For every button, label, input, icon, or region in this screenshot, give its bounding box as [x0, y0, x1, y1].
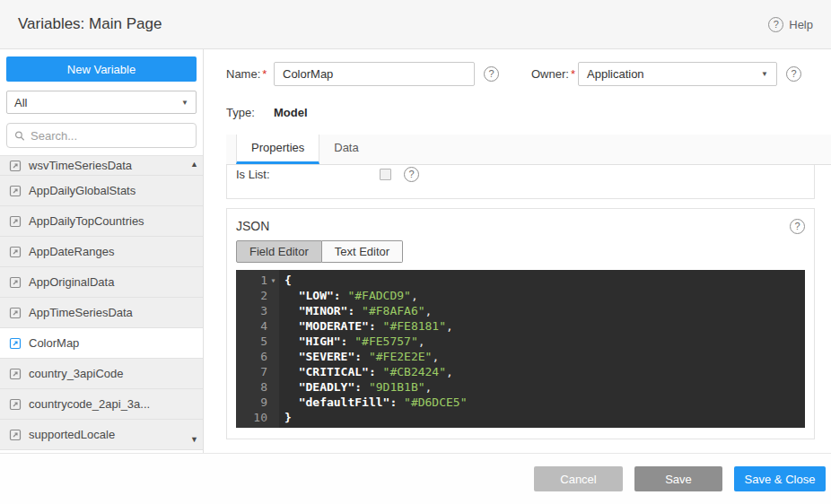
tab-data[interactable]: Data	[319, 135, 372, 164]
variable-icon	[9, 215, 22, 228]
text-editor-button[interactable]: Text Editor	[322, 240, 403, 263]
code-line: 9 "defaultFill": "#D6DCE5"	[236, 395, 805, 410]
code-value: "#CB2424"	[383, 365, 446, 378]
scroll-up-icon[interactable]: ▲	[190, 160, 198, 169]
name-owner-row: Name:* ? Owner:* Application ▼ ?	[226, 61, 815, 86]
name-label: Name:*	[226, 67, 274, 81]
help-button[interactable]: ? Help	[768, 17, 813, 32]
variable-filter-select[interactable]: All ▼	[6, 91, 197, 114]
variable-label: AppDateRanges	[29, 245, 114, 258]
editor-mode-toggle: Field Editor Text Editor	[236, 240, 403, 263]
code-line: 2 "LOW": "#FADCD9",	[236, 288, 805, 303]
required-marker: *	[571, 67, 575, 81]
variable-detail-panel: Name:* ? Owner:* Application ▼ ? Type: M…	[204, 49, 831, 453]
type-value: Model	[274, 106, 308, 119]
line-number: 4	[236, 318, 267, 334]
fold-icon	[267, 364, 279, 379]
code-punct: ,	[411, 289, 418, 302]
line-number: 5	[236, 334, 267, 349]
code-value: "#FE2E2E"	[369, 350, 432, 363]
owner-help-icon[interactable]: ?	[786, 66, 801, 82]
search-icon	[14, 130, 25, 142]
new-variable-button[interactable]: New Variable	[6, 56, 197, 82]
code-value: "#FE8181"	[383, 319, 446, 333]
line-number: 2	[236, 288, 267, 303]
code-key: "CRITICAL":	[284, 365, 383, 378]
variable-list-item[interactable]: countrycode_2api_3a...	[0, 389, 203, 420]
code-line: 1▾{	[236, 273, 805, 288]
code-punct: ,	[432, 350, 439, 363]
code-line: 4 "MODERATE": "#FE8181",	[236, 318, 805, 334]
page-title: Variables: Main Page	[18, 15, 162, 33]
variable-list-item[interactable]: country_3apiCode	[0, 359, 203, 389]
is-list-help-icon[interactable]: ?	[404, 167, 419, 182]
name-help-icon[interactable]: ?	[484, 66, 499, 82]
code-key: "MODERATE":	[284, 319, 383, 333]
variable-label: ColorMap	[29, 336, 79, 350]
json-section: JSON ? Field Editor Text Editor 1▾{ 2 "L…	[226, 208, 815, 439]
filter-selected-value: All	[14, 96, 27, 109]
code-punct: ,	[425, 380, 433, 394]
code-key: "MINOR":	[284, 304, 362, 317]
variable-label: country_3apiCode	[29, 367, 124, 380]
variable-icon	[9, 398, 22, 411]
cancel-button[interactable]: Cancel	[534, 466, 623, 491]
line-number: 3	[236, 303, 267, 318]
json-section-title: JSON	[236, 219, 269, 233]
variable-icon	[9, 160, 22, 172]
variable-list-item[interactable]: supportedLocale	[0, 420, 203, 450]
owner-selected-value: Application	[587, 67, 644, 81]
is-list-checkbox[interactable]	[380, 169, 391, 180]
code-value: "#FE5757"	[354, 335, 417, 348]
owner-select[interactable]: Application ▼	[578, 62, 777, 86]
variable-list-item[interactable]: AppOriginalData	[0, 267, 203, 298]
code-key: "DEADLY":	[284, 380, 369, 394]
save-and-close-button[interactable]: Save & Close	[734, 466, 826, 491]
code-key: {	[284, 274, 292, 287]
json-code-editor[interactable]: 1▾{ 2 "LOW": "#FADCD9", 3 "MINOR": "#F8A…	[236, 270, 805, 428]
line-number: 8	[236, 379, 267, 395]
code-line: 3 "MINOR": "#F8AFA6",	[236, 303, 805, 318]
variable-list-item[interactable]: AppDailyTopCountries	[0, 206, 203, 237]
variable-icon	[9, 337, 22, 350]
variable-label: countrycode_2api_3a...	[29, 397, 150, 411]
variable-label: AppDailyTopCountries	[29, 214, 144, 228]
variable-label: AppOriginalData	[29, 275, 114, 289]
fold-icon	[267, 303, 279, 318]
owner-label: Owner:*	[531, 67, 578, 81]
is-list-row: Is List: ?	[227, 165, 814, 189]
variable-list-item[interactable]: AppTimeSeriesData	[0, 298, 203, 328]
json-help-icon[interactable]: ?	[790, 219, 805, 234]
variable-list-item-selected[interactable]: ColorMap	[0, 328, 203, 359]
field-editor-button[interactable]: Field Editor	[236, 240, 322, 263]
code-line: 6 "SEVERE": "#FE2E2E",	[236, 349, 805, 364]
variable-list-item[interactable]: AppDateRanges	[0, 237, 203, 267]
line-number: 9	[236, 395, 267, 410]
variable-icon	[9, 246, 22, 258]
variable-icon	[9, 368, 22, 380]
variable-list-item[interactable]: wsvTimeSeriesData	[0, 156, 203, 176]
type-row: Type: Model	[226, 102, 815, 122]
variable-label: wsvTimeSeriesData	[29, 159, 132, 172]
line-number: 7	[236, 364, 267, 379]
help-icon: ?	[768, 17, 783, 32]
fold-icon	[267, 349, 279, 364]
code-line: 7 "CRITICAL": "#CB2424",	[236, 364, 805, 379]
fold-icon	[267, 410, 279, 425]
fold-icon[interactable]: ▾	[267, 273, 279, 288]
scroll-down-icon[interactable]: ▼	[190, 435, 198, 444]
name-field[interactable]	[274, 62, 475, 86]
chevron-down-icon: ▼	[181, 99, 188, 107]
code-value: "#D6DCE5"	[404, 395, 467, 409]
line-number: 10	[236, 410, 267, 425]
variable-label: AppDailyGlobalStats	[29, 184, 136, 197]
code-punct: ,	[425, 304, 433, 317]
search-input[interactable]	[31, 129, 188, 143]
tab-properties[interactable]: Properties	[236, 135, 319, 164]
save-button[interactable]: Save	[634, 466, 722, 491]
variable-icon	[9, 429, 22, 441]
variable-icon	[9, 185, 22, 197]
is-list-label: Is List:	[236, 168, 380, 181]
json-section-header: JSON ?	[236, 217, 805, 235]
variable-list-item[interactable]: AppDailyGlobalStats	[0, 176, 203, 206]
